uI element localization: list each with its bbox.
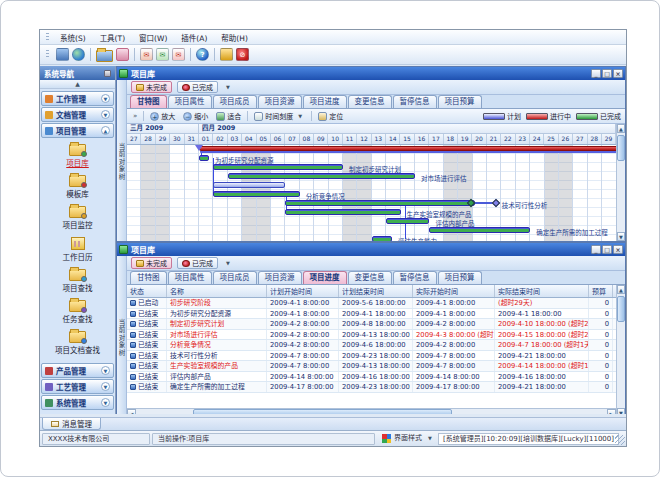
tab-项目进度[interactable]: 项目进度 — [303, 271, 347, 284]
tab-项目预算[interactable]: 项目预算 — [438, 271, 482, 284]
column-header-实际开始时间[interactable]: 实际开始时间 — [413, 285, 495, 297]
scroll-thumb[interactable] — [193, 409, 452, 414]
collapsed-panel-strip[interactable]: 当前对象树 — [117, 256, 127, 414]
mail-red-icon[interactable]: ✉ — [140, 48, 153, 61]
table-row[interactable]: 已启动初步研究阶段2009-4-1 8:00:002009-5-6 18:00:… — [127, 298, 616, 309]
maximize-button[interactable]: □ — [602, 245, 612, 254]
chevron-down-icon[interactable]: ▼ — [101, 366, 110, 375]
sidebar-group-项目管理[interactable]: 项目管理▲ — [41, 123, 114, 138]
table-row[interactable]: 已结束分析竞争情况2009-4-2 8:00:002009-4-6 18:00:… — [127, 340, 616, 351]
minimize-button[interactable]: _ — [591, 69, 601, 78]
scroll-thumb[interactable] — [617, 135, 625, 161]
collapsed-panel-strip[interactable]: 当前对象树 — [117, 80, 127, 241]
gantt-bar-分析竞争情况[interactable] — [213, 191, 299, 197]
chevron-down-icon[interactable]: ▼ — [101, 94, 110, 103]
lock-icon[interactable] — [220, 48, 233, 61]
gantt-bar-plan[interactable] — [213, 182, 285, 188]
tab-项目成员[interactable]: 项目成员 — [213, 95, 257, 108]
mail-flag-icon[interactable]: ✉ — [172, 48, 185, 61]
menu-drag-handle[interactable] — [46, 33, 49, 42]
sidebar-group-系统管理[interactable]: 系统管理▼ — [41, 395, 114, 410]
chevron-down-icon[interactable]: ▼ — [101, 382, 110, 391]
chevron-down-icon[interactable]: ▼ — [101, 398, 110, 407]
tab-项目属性[interactable]: 项目属性 — [168, 95, 212, 108]
gantt-bar-task[interactable] — [285, 200, 475, 206]
zoomin-button[interactable]: +放大 — [148, 111, 177, 121]
table-row[interactable]: 已结束技术可行性分析2009-4-7 8:00:002009-4-23 18:0… — [127, 351, 616, 362]
scroll-track[interactable] — [617, 294, 625, 408]
sidebar-item-项目库[interactable]: 项目库 — [41, 141, 114, 168]
tab-项目属性[interactable]: 项目属性 — [168, 271, 212, 284]
scroll-left-icon[interactable]: ◀ — [127, 409, 136, 414]
table-horizontal-scrollbar[interactable]: ◀ ▶ — [127, 408, 616, 414]
tab-变更信息[interactable]: 变更信息 — [348, 95, 392, 108]
tab-项目进度[interactable]: 项目进度 — [303, 95, 347, 108]
help-icon[interactable]: ? — [196, 48, 209, 61]
chevron-down-icon[interactable]: ▼ — [425, 433, 435, 444]
chevron-up-icon[interactable]: ▲ — [101, 126, 110, 135]
chevron-down-icon[interactable]: ▼ — [101, 110, 110, 119]
gantt-bar-对市场进行评估[interactable] — [228, 173, 415, 179]
tab-甘特图[interactable]: 甘特图 — [130, 271, 167, 284]
column-header-预算[interactable]: 预算 — [589, 285, 613, 297]
scroll-up-icon[interactable]: ▲ — [617, 124, 625, 133]
sidebar-item-任务查找[interactable]: 任务查找 — [41, 297, 114, 324]
table-row[interactable]: 已结束对市场进行评估2009-4-2 8:00:002009-4-13 18:0… — [127, 330, 616, 341]
table-row[interactable]: 已结束评估内部产品2009-4-14 8:00:002009-4-16 18:0… — [127, 372, 616, 383]
folder-active-icon[interactable] — [116, 48, 129, 61]
table-row[interactable]: 已结束为初步研究分配资源2009-4-1 8:00:002009-4-1 18:… — [127, 309, 616, 320]
tab-变更信息[interactable]: 变更信息 — [348, 271, 392, 284]
sidebar-group-工作管理[interactable]: 工作管理▼ — [41, 91, 114, 106]
gantt-bar-为初步研究分配资源[interactable] — [199, 155, 209, 161]
close-button[interactable]: × — [613, 69, 623, 78]
table-row[interactable]: 已结束确定生产所需的加工过程2009-4-17 8:00:002009-4-23… — [127, 382, 616, 393]
toolbar-overflow-chevron[interactable]: » — [131, 112, 139, 120]
sidebar-item-工作日历[interactable]: 工作日历 — [41, 234, 114, 262]
menu-item-2[interactable]: 窗口(W) — [132, 34, 174, 43]
tab-暂停信息[interactable]: 暂停信息 — [393, 271, 437, 284]
column-header-实际结束时间[interactable]: 实际结束时间 — [495, 285, 589, 297]
minimize-button[interactable]: _ — [591, 245, 601, 254]
table-row[interactable]: 已结束制定初步研究计划2009-4-2 8:00:002009-4-8 18:0… — [127, 319, 616, 330]
menu-item-4[interactable]: 帮助(H) — [214, 34, 255, 43]
time-button[interactable]: 时间刻度▼ — [252, 111, 307, 121]
column-header-计划结束时间[interactable]: 计划结束时间 — [339, 285, 413, 297]
scroll-up-icon[interactable]: ▲ — [617, 285, 625, 294]
sidebar-item-项目监控[interactable]: 项目监控 — [41, 203, 114, 230]
overflow-dropdown-icon[interactable]: ▼ — [223, 84, 233, 90]
column-header-名称[interactable]: 名称 — [167, 285, 267, 297]
fit-button[interactable]: 适合 — [214, 111, 243, 121]
table-window-titlebar[interactable]: 项目库 _□× — [117, 243, 625, 256]
sidebar-item-项目文档查找[interactable]: 项目文档查找 — [41, 328, 114, 355]
zoomout-button[interactable]: −缩小 — [181, 111, 210, 121]
menu-item-0[interactable]: 系统(S) — [53, 34, 93, 43]
tab-项目资源[interactable]: 项目资源 — [258, 271, 302, 284]
gantt-bar-summary[interactable] — [199, 146, 616, 151]
sidebar-group-产品管理[interactable]: 产品管理▼ — [41, 363, 114, 378]
gantt-bar-生产实验室规模的产品[interactable] — [285, 209, 400, 215]
overflow-dropdown-icon[interactable]: ▼ — [223, 260, 233, 266]
filter-button-unfinished[interactable]: 未完成 — [131, 257, 172, 269]
gantt-bar-评估生产能力[interactable] — [372, 236, 392, 241]
menu-item-1[interactable]: 工具(T) — [93, 34, 132, 43]
globe-icon[interactable] — [72, 48, 85, 61]
table-row[interactable]: 已结束生产实验室规模的产品2009-4-7 8:00:002009-4-13 1… — [127, 361, 616, 372]
nav-collapse-button[interactable]: ▲ — [40, 80, 115, 89]
filter-button-finished[interactable]: 已完成 — [177, 81, 218, 93]
filter-button-unfinished[interactable]: 未完成 — [131, 81, 172, 93]
tab-项目成员[interactable]: 项目成员 — [213, 271, 257, 284]
filter-button-finished[interactable]: 已完成 — [177, 257, 218, 269]
menu-item-3[interactable]: 插件(A) — [174, 34, 214, 43]
tab-暂停信息[interactable]: 暂停信息 — [393, 95, 437, 108]
scroll-thumb[interactable] — [617, 296, 625, 322]
gantt-window-titlebar[interactable]: 项目库 _□× — [117, 67, 625, 80]
sidebar-item-模板库[interactable]: 模板库 — [41, 172, 114, 199]
folder-icon[interactable] — [96, 50, 113, 62]
resize-grip[interactable] — [615, 435, 625, 445]
toolbar-drag-handle[interactable] — [46, 50, 49, 59]
block-icon[interactable]: ⊘ — [236, 48, 249, 61]
sidebar-item-项目查找[interactable]: 项目查找 — [41, 266, 114, 293]
table-vertical-scrollbar[interactable]: ▲ ▼ — [616, 285, 625, 414]
gantt-bar-评估内部产品[interactable] — [386, 218, 429, 224]
sidebar-group-文档管理[interactable]: 文档管理▼ — [41, 107, 114, 122]
